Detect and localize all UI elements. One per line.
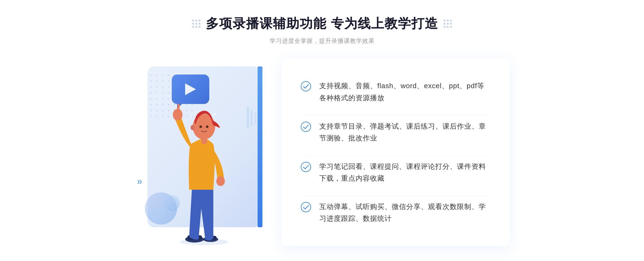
header-section: 多项录播课辅助功能 专为线上教学打造 学习进度全掌握，提升录播课教学效果 (192, 15, 452, 45)
decorative-dots-left (192, 20, 200, 28)
chevrons-left-icon: » (137, 176, 142, 187)
svg-point-14 (206, 125, 208, 128)
svg-point-9 (173, 109, 182, 121)
feature-item-3: 学习笔记回看、课程提问、课程评论打分、课件资料下载，重点内容收藏 (301, 155, 491, 189)
check-circle-icon-2 (301, 121, 311, 132)
play-icon (185, 83, 196, 95)
person-illustration: ✦ ✦ (166, 96, 241, 246)
svg-point-15 (191, 125, 195, 130)
feature-text-3: 学习笔记回看、课程提问、课程评论打分、课件资料下载，重点内容收藏 (319, 161, 491, 184)
feature-text-4: 互动弹幕、试听购买、微信分享、观看次数限制、学习进度跟踪、数据统计 (319, 201, 491, 224)
blue-vertical-bar (258, 66, 262, 227)
svg-point-20 (301, 162, 311, 172)
svg-rect-1 (251, 110, 253, 126)
svg-point-13 (199, 125, 202, 128)
svg-rect-0 (247, 107, 249, 128)
feature-item-4: 互动弹幕、试听购买、微信分享、观看次数限制、学习进度跟踪、数据统计 (301, 196, 491, 229)
feature-item-1: 支持视频、音频、flash、word、excel、ppt、pdf等各种格式的资源… (301, 75, 491, 108)
decorative-dots-right (444, 20, 452, 28)
illustration-wrapper: » (134, 58, 274, 246)
svg-rect-2 (254, 113, 257, 125)
svg-text:✦: ✦ (212, 111, 217, 117)
check-circle-icon-3 (301, 162, 311, 172)
feature-text-1: 支持视频、音频、flash、word、excel、ppt、pdf等各种格式的资源… (319, 80, 491, 103)
content-area: » (134, 58, 510, 246)
header-title-row: 多项录播课辅助功能 专为线上教学打造 (192, 15, 452, 32)
feature-item-2: 支持章节目录、弹题考试、课后练习、课后作业、章节测验、批改作业 (301, 115, 491, 149)
features-card: 支持视频、音频、flash、word、excel、ppt、pdf等各种格式的资源… (282, 58, 510, 246)
svg-point-19 (301, 122, 311, 132)
check-circle-icon-1 (301, 81, 311, 92)
svg-point-21 (301, 202, 311, 212)
check-circle-icon-4 (301, 202, 311, 212)
svg-point-10 (216, 176, 225, 186)
svg-text:✦: ✦ (190, 114, 193, 119)
page-wrapper: 多项录播课辅助功能 专为线上教学打造 学习进度全掌握，提升录播课教学效果 (0, 4, 644, 257)
svg-point-18 (301, 81, 311, 91)
feature-text-2: 支持章节目录、弹题考试、课后练习、课后作业、章节测验、批改作业 (319, 120, 491, 144)
page-subtitle: 学习进度全掌握，提升录播课教学效果 (192, 37, 452, 45)
page-title: 多项录播课辅助功能 专为线上教学打造 (206, 15, 438, 32)
